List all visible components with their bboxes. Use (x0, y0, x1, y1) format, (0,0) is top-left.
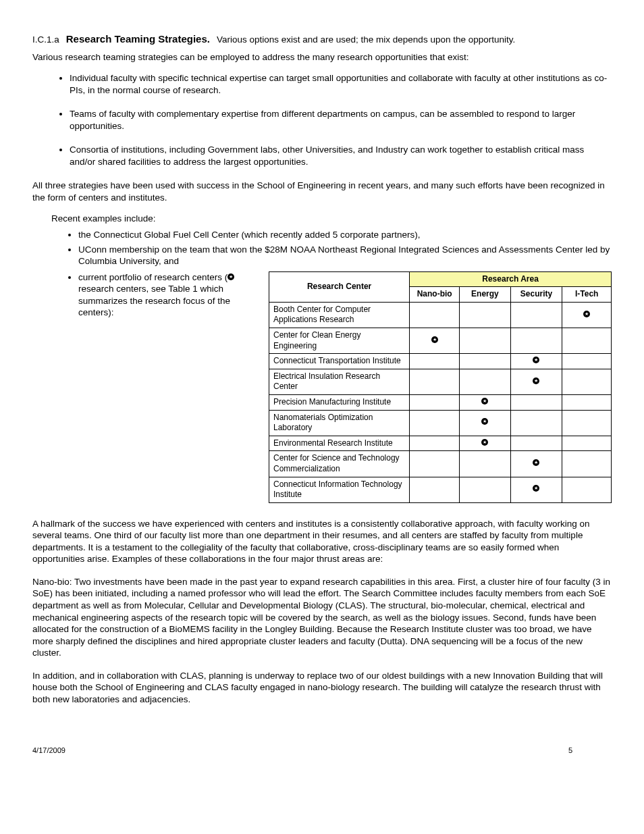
list-item: Individual faculty with specific technic… (70, 72, 612, 96)
list-item: UConn membership on the team that won th… (78, 244, 612, 267)
star-icon (431, 336, 438, 343)
area-cell (460, 477, 510, 502)
table-row: Nanomaterials Optimization Laboratory (269, 410, 612, 436)
area-cell (510, 369, 562, 394)
table-header-area: Research Area (410, 271, 612, 287)
area-cell (562, 328, 612, 354)
center-name-cell: Connecticut Information Technology Insti… (269, 477, 410, 502)
area-cell (562, 369, 612, 394)
area-cell (562, 395, 612, 411)
star-icon (533, 485, 539, 492)
star-icon (533, 459, 539, 466)
paragraph: In addition, and in collaboration with C… (32, 670, 612, 706)
area-cell (410, 477, 460, 502)
footer-date: 4/17/2009 (32, 746, 65, 754)
table-row: Environmental Research Institute (269, 436, 612, 451)
area-cell (562, 354, 612, 369)
table-subheader: I-Tech (562, 287, 612, 303)
list-item: Consortia of institutions, including Gov… (70, 144, 612, 167)
area-cell (510, 328, 562, 354)
page-footer: 4/17/2009 5 (32, 746, 612, 755)
paragraph: Nano-bio: Two investments have been made… (32, 576, 612, 659)
teaming-strategies-list: Individual faculty with specific technic… (32, 72, 612, 167)
star-icon (481, 439, 488, 446)
area-cell (460, 354, 510, 369)
section-id: I.C.1.a (32, 34, 59, 46)
area-cell (410, 354, 460, 369)
list-item: Teams of faculty with complementary expe… (70, 108, 612, 132)
examples-list: the Connecticut Global Fuel Cell Center … (51, 229, 612, 503)
footer-page-number: 5 (568, 746, 572, 755)
center-name-cell: Center for Science and Technology Commer… (269, 451, 410, 477)
area-cell (510, 395, 562, 411)
area-cell (410, 369, 460, 394)
area-cell (562, 451, 612, 477)
table-row: Center for Clean Energy Engineering (269, 328, 612, 354)
area-cell (460, 328, 510, 354)
area-cell (460, 436, 510, 451)
section-title: Research Teaming Strategies. (66, 32, 210, 46)
research-centers-table: Research Center Research Area Nano-bio E… (269, 271, 612, 503)
area-cell (510, 302, 562, 328)
table-subheader: Security (510, 287, 562, 303)
followup-paragraphs: A hallmark of the success we have experi… (32, 518, 612, 706)
area-cell (562, 302, 612, 328)
star-icon (481, 418, 488, 425)
area-cell (562, 477, 612, 502)
section-subtitle: Various options exist and are used; the … (217, 34, 515, 46)
center-name-cell: Environmental Research Institute (269, 436, 410, 451)
portfolio-bullet-lead: current portfolio of research centers ( (78, 272, 227, 282)
star-icon (533, 357, 539, 363)
area-cell (410, 410, 460, 436)
area-cell (510, 410, 562, 436)
center-name-cell: Center for Clean Energy Engineering (269, 328, 410, 354)
paragraph: A hallmark of the success we have experi… (32, 518, 612, 565)
area-cell (460, 302, 510, 328)
table-row: Connecticut Transportation Institute (269, 354, 612, 369)
center-name-cell: Precision Manufacturing Institute (269, 395, 410, 411)
bridge-paragraph: All three strategies have been used with… (32, 180, 612, 203)
table-row: Precision Manufacturing Institute (269, 395, 612, 411)
table-subheader: Energy (460, 287, 510, 303)
area-cell (510, 436, 562, 451)
table-row: Booth Center for Computer Applications R… (269, 302, 612, 328)
star-icon (227, 273, 234, 280)
inner-intro: Recent examples include: (51, 213, 612, 225)
star-icon (481, 398, 488, 405)
list-item: the Connecticut Global Fuel Cell Center … (78, 229, 612, 241)
area-cell (510, 477, 562, 502)
area-cell (410, 328, 460, 354)
area-cell (410, 451, 460, 477)
area-cell (410, 302, 460, 328)
area-cell (562, 410, 612, 436)
center-name-cell: Nanomaterials Optimization Laboratory (269, 410, 410, 436)
area-cell (562, 436, 612, 451)
star-icon (533, 377, 539, 384)
area-cell (460, 451, 510, 477)
area-cell (510, 354, 562, 369)
section-header: I.C.1.a Research Teaming Strategies. Var… (32, 32, 612, 46)
area-cell (460, 369, 510, 394)
area-cell (460, 395, 510, 411)
area-cell (410, 395, 460, 411)
list-item: current portfolio of research centers ( … (78, 271, 612, 503)
area-cell (410, 436, 460, 451)
area-cell (510, 451, 562, 477)
center-name-cell: Connecticut Transportation Institute (269, 354, 410, 369)
star-icon (583, 311, 590, 317)
area-cell (460, 410, 510, 436)
center-name-cell: Booth Center for Computer Applications R… (269, 302, 410, 328)
table-subheader: Nano-bio (410, 287, 460, 303)
portfolio-bullet-tail: research centers, see Table 1 which summ… (78, 284, 230, 317)
table-header-center: Research Center (269, 271, 410, 302)
table-row: Center for Science and Technology Commer… (269, 451, 612, 477)
intro-paragraph: Various research teaming strategies can … (32, 51, 612, 63)
table-row: Connecticut Information Technology Insti… (269, 477, 612, 502)
center-name-cell: Electrical Insulation Research Center (269, 369, 410, 394)
table-row: Electrical Insulation Research Center (269, 369, 612, 394)
